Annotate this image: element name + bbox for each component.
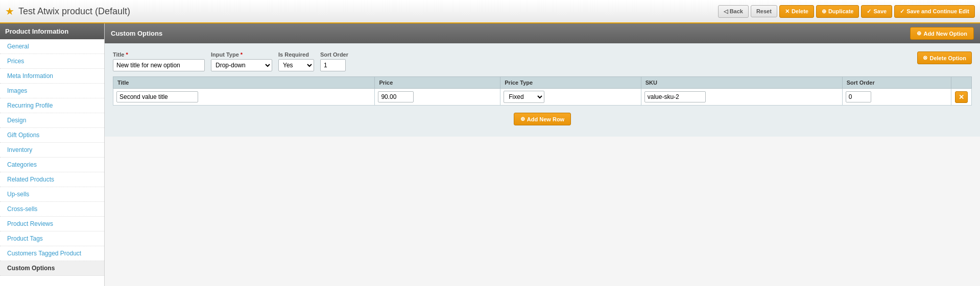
row-sku-input[interactable] xyxy=(644,91,706,102)
main-layout: Product Information General Prices Meta … xyxy=(0,23,980,286)
option-header-fields: Title * Input Type * Drop-down Radio But… xyxy=(113,51,348,71)
toolbar-buttons: ◁ Back Reset ✕ Delete ⊕ Duplicate ✓ Save… xyxy=(718,5,975,18)
add-new-row-button[interactable]: ⊕ Add New Row xyxy=(514,113,571,125)
sidebar-item-images[interactable]: Images xyxy=(0,84,104,98)
sidebar-title: Product Information xyxy=(0,23,104,39)
sidebar-item-related[interactable]: Related Products xyxy=(0,172,104,187)
product-title: Test Atwix product (Default) xyxy=(18,6,130,17)
option-header-row: Title * Input Type * Drop-down Radio But… xyxy=(113,51,972,71)
duplicate-label: Duplicate xyxy=(828,8,854,14)
save-continue-label: Save and Continue Edit xyxy=(906,8,969,14)
sort-order-input[interactable] xyxy=(320,59,346,71)
add-row-container: ⊕ Add New Row xyxy=(113,110,972,128)
delete-row-icon: ✕ xyxy=(959,93,964,101)
row-price-type-cell: Fixed Percent xyxy=(500,89,641,106)
delete-icon: ✕ xyxy=(785,8,790,15)
table-row: Fixed Percent xyxy=(113,89,972,106)
section-title: Custom Options xyxy=(111,30,162,37)
row-sku-cell xyxy=(641,89,842,106)
add-row-label: Add New Row xyxy=(527,116,564,122)
option-block: Title * Input Type * Drop-down Radio But… xyxy=(113,51,972,128)
is-required-field-group: Is Required Yes No xyxy=(278,51,314,71)
add-row-icon: ⊕ xyxy=(520,116,525,122)
sidebar-item-gift[interactable]: Gift Options xyxy=(0,128,104,143)
duplicate-icon: ⊕ xyxy=(822,8,826,15)
delete-option-container: ⊗ Delete Option xyxy=(917,51,972,64)
input-type-select[interactable]: Drop-down Radio Buttons Checkbox Multipl… xyxy=(211,59,272,71)
row-price-input[interactable] xyxy=(378,91,414,102)
section-header: Custom Options ⊕ Add New Option xyxy=(105,23,980,43)
add-new-option-icon: ⊕ xyxy=(917,30,921,37)
delete-option-button[interactable]: ⊗ Delete Option xyxy=(917,51,972,64)
row-sort-order-cell xyxy=(842,89,951,106)
sidebar-item-categories[interactable]: Categories xyxy=(0,158,104,172)
values-table-header-row: Title Price Price Type SKU Sort Order xyxy=(113,77,972,89)
title-label: Title * xyxy=(113,51,205,58)
row-price-cell xyxy=(375,89,500,106)
sidebar-item-inventory[interactable]: Inventory xyxy=(0,143,104,158)
star-icon: ★ xyxy=(5,5,14,17)
duplicate-button[interactable]: ⊕ Duplicate xyxy=(816,5,859,18)
page-title: ★ Test Atwix product (Default) xyxy=(5,5,130,17)
sidebar-item-prices[interactable]: Prices xyxy=(0,54,104,69)
col-header-price: Price xyxy=(375,77,500,89)
sidebar-item-upsells[interactable]: Up-sells xyxy=(0,187,104,202)
reset-label: Reset xyxy=(756,8,772,14)
row-title-input[interactable] xyxy=(116,91,198,102)
values-table: Title Price Price Type SKU Sort Order xyxy=(113,76,972,106)
sidebar-item-recurring[interactable]: Recurring Profile xyxy=(0,98,104,113)
col-header-sku: SKU xyxy=(641,77,842,89)
sort-order-label: Sort Order xyxy=(320,51,348,58)
is-required-select[interactable]: Yes No xyxy=(278,59,314,71)
sidebar: Product Information General Prices Meta … xyxy=(0,23,105,286)
delete-option-label: Delete Option xyxy=(929,55,966,61)
input-type-label: Input Type * xyxy=(211,51,272,58)
col-header-sort-order: Sort Order xyxy=(842,77,951,89)
main-content: Custom Options ⊕ Add New Option Title * xyxy=(105,23,980,286)
add-new-option-button[interactable]: ⊕ Add New Option xyxy=(910,27,974,40)
save-continue-icon: ✓ xyxy=(900,8,904,15)
reset-button[interactable]: Reset xyxy=(751,5,777,17)
top-bar: ★ Test Atwix product (Default) ◁ Back Re… xyxy=(0,0,980,23)
sidebar-item-customoptions[interactable]: Custom Options xyxy=(0,261,104,276)
delete-button[interactable]: ✕ Delete xyxy=(779,5,814,18)
is-required-label: Is Required xyxy=(278,51,314,58)
sidebar-item-crosssells[interactable]: Cross-sells xyxy=(0,202,104,217)
sidebar-item-general[interactable]: General xyxy=(0,39,104,54)
title-field-group: Title * xyxy=(113,51,205,71)
save-button[interactable]: ✓ Save xyxy=(861,5,892,18)
custom-options-area: Title * Input Type * Drop-down Radio But… xyxy=(105,43,980,137)
col-header-action xyxy=(951,77,972,89)
save-icon: ✓ xyxy=(867,8,871,15)
save-label: Save xyxy=(873,8,887,14)
row-title-cell xyxy=(113,89,375,106)
sidebar-item-customertagged[interactable]: Customers Tagged Product xyxy=(0,246,104,261)
col-header-title: Title xyxy=(113,77,375,89)
row-delete-cell: ✕ xyxy=(951,89,972,106)
sort-order-field-group: Sort Order xyxy=(320,51,348,71)
title-input[interactable] xyxy=(113,59,205,71)
row-sort-order-input[interactable] xyxy=(846,91,871,102)
back-button[interactable]: ◁ Back xyxy=(718,5,749,18)
sidebar-item-meta[interactable]: Meta Information xyxy=(0,69,104,84)
back-icon: ◁ xyxy=(724,8,728,15)
sidebar-item-tags[interactable]: Product Tags xyxy=(0,231,104,246)
save-continue-button[interactable]: ✓ Save and Continue Edit xyxy=(894,5,975,18)
delete-row-button[interactable]: ✕ xyxy=(955,91,968,103)
delete-label: Delete xyxy=(792,8,808,14)
add-new-option-label: Add New Option xyxy=(923,31,967,37)
row-price-type-select[interactable]: Fixed Percent xyxy=(504,91,544,103)
input-type-field-group: Input Type * Drop-down Radio Buttons Che… xyxy=(211,51,272,71)
delete-option-icon: ⊗ xyxy=(923,55,927,61)
col-header-price-type: Price Type xyxy=(500,77,641,89)
sidebar-item-reviews[interactable]: Product Reviews xyxy=(0,217,104,231)
back-label: Back xyxy=(730,8,743,14)
sidebar-item-design[interactable]: Design xyxy=(0,113,104,128)
